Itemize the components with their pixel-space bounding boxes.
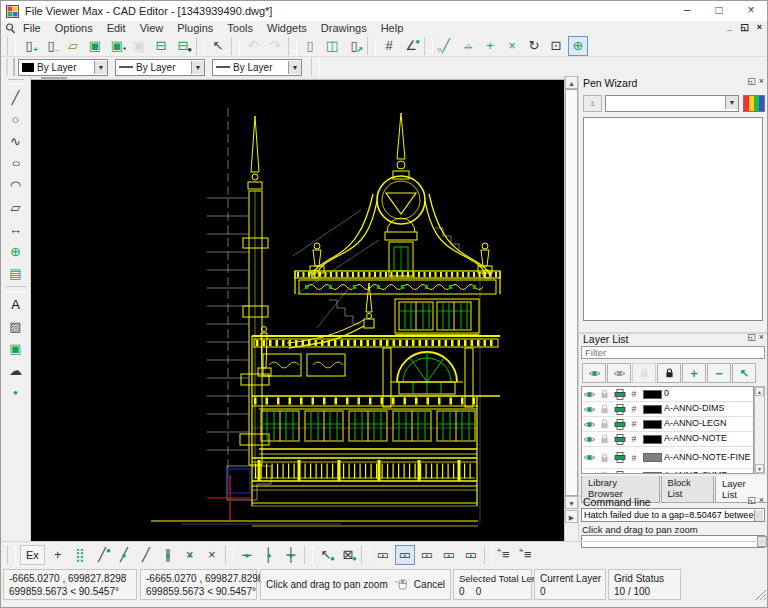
view-fit-button[interactable]: ▭▪ (395, 545, 415, 565)
scroll-down-button[interactable]: ▼ (565, 496, 578, 509)
track-cross-button[interactable]: ┼● (281, 545, 301, 565)
command-history[interactable]: Hatch failed due to a gap=8.50467 betwee… (581, 508, 765, 522)
pan-zoom-button[interactable]: ⊕ (568, 36, 588, 56)
layer-row[interactable]: #A-ANNO-SYMB (582, 469, 753, 474)
menu-widgets[interactable]: Widgets (260, 21, 314, 35)
layer-color-swatch[interactable] (643, 435, 662, 444)
layer-row[interactable]: #A-ANNO-NOTE (582, 432, 753, 447)
float-panel-icon[interactable]: ◱ (747, 76, 759, 86)
pen-combo[interactable]: ▼ (605, 95, 739, 112)
revision-cloud-tool-button[interactable]: ☁ (6, 361, 26, 381)
layer-lock-icon[interactable] (597, 471, 612, 474)
snap-intersection-button[interactable]: ×● (180, 545, 200, 565)
layer-color-swatch[interactable] (643, 405, 662, 414)
close-button[interactable]: × (735, 1, 767, 20)
grid-dots-toggle-button[interactable]: ⣿ (70, 545, 90, 565)
layer-hash-icon[interactable]: # (627, 471, 641, 474)
scroll-down-button[interactable]: ▼ (755, 464, 764, 473)
menu-edit[interactable]: Edit (100, 21, 133, 35)
layer-print-icon[interactable] (612, 471, 627, 475)
snap-parallel-button[interactable]: ∥● (158, 545, 178, 565)
view-top-button[interactable]: ▭▪ (417, 545, 437, 565)
layer-print-icon[interactable] (612, 434, 627, 445)
menu-help[interactable]: Help (374, 21, 411, 35)
open-folder-button[interactable]: ▱ (63, 36, 83, 56)
dimension-tool-button[interactable]: ↔ (6, 220, 26, 240)
export-drawing-button[interactable]: ▯↗ (344, 36, 364, 56)
menu-file[interactable]: File (16, 21, 48, 35)
layer-row[interactable]: #A-ANNO-LEGN (582, 417, 753, 432)
remove-layer-button[interactable]: − (707, 363, 731, 383)
layer-list-scrollbar[interactable]: ▲ ▼ (754, 386, 765, 474)
line-tool-button[interactable]: ╱ (6, 88, 26, 108)
layer-print-icon[interactable] (612, 419, 627, 430)
snap-endpoint-button[interactable]: ╱● (92, 545, 112, 565)
close-panel-icon[interactable]: × (759, 495, 767, 505)
new-drawing-button[interactable]: ▯+ (19, 36, 39, 56)
layer-visible-icon[interactable] (582, 453, 597, 462)
close-panel-icon[interactable]: × (759, 76, 767, 86)
toolbar-handle[interactable] (8, 79, 24, 85)
scroll-up-button[interactable]: ▲ (755, 387, 764, 396)
toolbar-handle[interactable] (6, 58, 15, 76)
center-mark-tool-button[interactable]: ⊕ (6, 242, 26, 262)
view-bottom-button[interactable]: ▭▪ (439, 545, 459, 565)
measure-tool-button[interactable]: ▤ (6, 264, 26, 284)
layer-row[interactable]: #A-ANNO-NOTE-FINE (582, 447, 753, 469)
scroll-up-button[interactable]: ▲ (565, 76, 578, 89)
set-current-layer-button[interactable]: ↖ (732, 363, 756, 383)
layer-color-swatch[interactable] (643, 453, 662, 462)
layer-color-swatch[interactable] (643, 390, 662, 399)
pick-point-button[interactable]: ↖● (316, 545, 336, 565)
scroll-right-button[interactable]: ▶ (565, 510, 578, 523)
canvas-vscrollbar[interactable]: ▲ ▼ ▶ (564, 76, 578, 541)
page-setup-button[interactable]: ▯ (300, 36, 320, 56)
layer-color-swatch[interactable] (643, 472, 662, 475)
snap-settings-button[interactable]: ⊠● (338, 545, 358, 565)
zoom-extents-button[interactable]: ↔↕ (458, 36, 478, 56)
point-tool-button[interactable]: ● (6, 383, 26, 403)
layer-visible-icon[interactable] (582, 472, 597, 475)
layer-hash-icon[interactable]: # (627, 434, 641, 444)
mdi-restore-button[interactable]: ◱ (737, 21, 752, 34)
hide-all-layers-button[interactable] (607, 363, 631, 383)
chevron-down-icon[interactable]: ▼ (191, 61, 204, 74)
extents-mode-button[interactable]: Ex (20, 545, 45, 565)
history-scrollbar[interactable] (754, 510, 763, 521)
track-horizontal-button[interactable]: ─● (237, 545, 257, 565)
save-as-button[interactable]: ▣* (107, 36, 127, 56)
hatch-tool-button[interactable]: ▨ (6, 317, 26, 337)
snap-midpoint-button[interactable]: ╱● (114, 545, 134, 565)
mdi-close-button[interactable]: × (752, 21, 767, 34)
layer-visible-icon[interactable] (582, 420, 597, 429)
text-tool-button[interactable]: A (6, 295, 26, 315)
circle-tool-button[interactable]: ○ (6, 110, 26, 130)
freehand-draw-button[interactable]: ╱○ (436, 36, 456, 56)
open-drawing-button[interactable]: ▯→ (41, 36, 61, 56)
vscroll-thumb[interactable] (565, 89, 578, 496)
add-layout-button[interactable]: ≡+ (518, 545, 538, 565)
layer-hash-icon[interactable]: # (627, 404, 641, 414)
menu-options[interactable]: Options (48, 21, 100, 35)
linetype-combo[interactable]: By Layer ▼ (115, 59, 205, 76)
float-panel-icon[interactable]: ◱ (747, 495, 759, 505)
maximize-button[interactable]: □ (703, 1, 735, 20)
layer-lock-icon[interactable] (597, 434, 612, 444)
layer-print-icon[interactable] (612, 452, 627, 463)
add-view-button[interactable]: ≡+ (496, 545, 516, 565)
drawing-canvas[interactable] (31, 76, 564, 541)
cancel-label[interactable]: Cancel (414, 579, 445, 590)
layer-lock-icon[interactable] (597, 404, 612, 414)
minimize-button[interactable]: – (671, 1, 703, 20)
snap-off-button[interactable]: × (202, 545, 222, 565)
view-full-button[interactable]: ▭▪ (373, 545, 393, 565)
pen-color-button[interactable] (743, 95, 765, 112)
layer-hash-icon[interactable]: # (627, 419, 641, 429)
image-tool-button[interactable]: ▣ (6, 339, 26, 359)
view-center-button[interactable]: ▭▪ (461, 545, 481, 565)
menu-plugins[interactable]: Plugins (170, 21, 220, 35)
pen-spin-button[interactable]: ± (583, 95, 602, 112)
zoom-previous-button[interactable]: × (502, 36, 522, 56)
print-preview-button[interactable]: ⊟● (173, 36, 193, 56)
polyline-tool-button[interactable]: ∿ (6, 132, 26, 152)
